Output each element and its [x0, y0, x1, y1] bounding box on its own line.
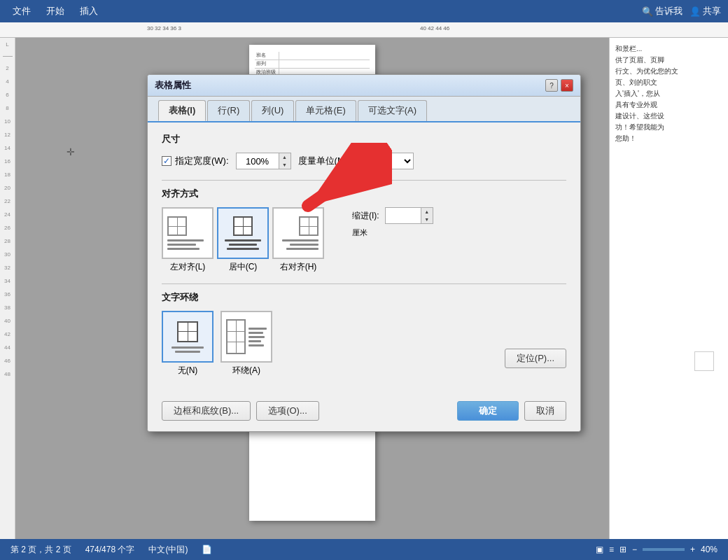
- word-count: 474/478 个字: [85, 544, 135, 556]
- align-right-box[interactable]: [272, 207, 324, 259]
- tab-table[interactable]: 表格(I): [158, 100, 206, 121]
- width-increment-btn[interactable]: ▲: [279, 153, 290, 161]
- unit-select[interactable]: 百分比 厘米: [358, 153, 414, 169]
- indent-label: 缩进(I):: [352, 210, 379, 222]
- app-background: 文件 开始 插入 🔍 告诉我 👤 共享 30 32 34 36 3 40 42 …: [0, 0, 728, 560]
- alignment-section-title: 对齐方式: [162, 188, 566, 200]
- ruler-v-l: L: [0, 41, 15, 48]
- view-icon-1[interactable]: ▣: [596, 545, 603, 554]
- size-row: ✓ 指定宽度(W): ▲ ▼ 度量单位(M):: [162, 153, 566, 169]
- indent-section: 缩进(I): ▲ ▼ 厘米: [352, 207, 433, 238]
- zoom-bar[interactable]: [643, 548, 685, 551]
- tab-cell[interactable]: 单元格(E): [295, 100, 356, 121]
- zoom-plus[interactable]: +: [690, 545, 695, 554]
- size-section-title: 尺寸: [162, 133, 566, 146]
- indent-increment-btn[interactable]: ▲: [421, 208, 433, 216]
- dialog-body: 尺寸 ✓ 指定宽度(W): ▲ ▼ 度: [148, 122, 580, 394]
- alignment-options-row: 左对齐(L): [162, 207, 324, 273]
- align-left-box[interactable]: [162, 207, 214, 259]
- wrap-table-icon: [226, 319, 246, 354]
- zoom-minus[interactable]: −: [632, 545, 637, 554]
- separator-2: [162, 284, 566, 284]
- doc-icon: 📄: [202, 545, 212, 554]
- share-btn[interactable]: 👤 共享: [690, 5, 721, 18]
- align-left-label: 左对齐(L): [170, 261, 206, 273]
- dialog-help-button[interactable]: ?: [545, 79, 558, 92]
- unit-label: 度量单位(M):: [298, 155, 351, 167]
- wrap-none-option: 无(N): [162, 311, 214, 377]
- align-center-box[interactable]: [217, 207, 269, 259]
- person-icon: 👤: [690, 6, 701, 17]
- wrap-none-table-icon: [177, 321, 198, 342]
- menu-insert[interactable]: 插入: [73, 2, 105, 20]
- width-input[interactable]: [237, 153, 279, 169]
- table-row: 班名: [255, 52, 370, 60]
- wrap-section-title: 文字环绕: [162, 291, 566, 304]
- dialog-overlay: 表格属性 ? × 表格(I) 行(R) 列(U) 单元格(E) 可选文字(A): [0, 60, 728, 518]
- tab-row[interactable]: 行(R): [207, 100, 250, 121]
- view-icon-3[interactable]: ⊞: [620, 545, 626, 554]
- tab-column[interactable]: 列(U): [251, 100, 294, 121]
- table-grid-icon: [233, 216, 253, 236]
- wrap-around-box[interactable]: [220, 311, 272, 363]
- table-cell-value: [279, 52, 370, 59]
- table-grid-icon: [167, 216, 187, 236]
- wrap-around-option: 环绕(A): [220, 311, 272, 377]
- width-checkbox[interactable]: ✓: [162, 156, 172, 166]
- wrap-area: 无(N): [162, 311, 566, 384]
- dialog-tabs: 表格(I) 行(R) 列(U) 单元格(E) 可选文字(A): [148, 97, 580, 122]
- ruler-num-30: 30 32 34 36 3: [147, 25, 181, 31]
- dialog-title: 表格属性: [155, 79, 191, 92]
- dialog-titlebar: 表格属性 ? ×: [148, 75, 580, 97]
- width-label: 指定宽度(W):: [175, 155, 229, 167]
- border-shading-button[interactable]: 边框和底纹(B)...: [162, 401, 251, 421]
- wrap-around-label: 环绕(A): [232, 365, 260, 377]
- status-right: ▣ ≡ ⊞ − + 40%: [596, 545, 718, 554]
- options-button[interactable]: 选项(O)...: [256, 401, 319, 421]
- wrap-options-row: 无(N): [162, 311, 272, 377]
- language: 中文(中国): [148, 544, 188, 556]
- align-center-option: 居中(C): [217, 207, 269, 273]
- dialog-title-controls: ? ×: [545, 79, 573, 92]
- ok-button[interactable]: 确定: [457, 401, 519, 421]
- table-grid-icon: [299, 216, 318, 236]
- search-icon: 🔍: [642, 6, 653, 17]
- status-bar: 第 2 页，共 2 页 474/478 个字 中文(中国) 📄 ▣ ≡ ⊞ − …: [0, 539, 728, 560]
- tab-alt-text[interactable]: 可选文字(A): [358, 100, 427, 121]
- indent-unit: 厘米: [352, 227, 433, 238]
- unit-select-container: 百分比 厘米: [358, 153, 414, 169]
- indent-input[interactable]: [386, 208, 421, 223]
- wrap-none-label: 无(N): [178, 365, 198, 377]
- content-area: L 2 4 6 8 10 12 14 16 18 20 22 24 26 28 …: [0, 38, 728, 539]
- zoom-level: 40%: [701, 545, 718, 554]
- align-right-label: 右对齐(H): [280, 261, 317, 273]
- menu-bar: 文件 开始 插入 🔍 告诉我 👤 共享: [0, 0, 728, 22]
- dialog-close-button[interactable]: ×: [561, 79, 573, 92]
- indent-row: 缩进(I): ▲ ▼: [352, 207, 433, 224]
- indent-input-container: ▲ ▼: [385, 207, 433, 224]
- align-right-option: 右对齐(H): [272, 207, 324, 273]
- alignment-area: 左对齐(L): [162, 207, 566, 276]
- view-icon-2[interactable]: ≡: [609, 545, 614, 554]
- ruler-horizontal: 30 32 34 36 3 40 42 44 46: [0, 22, 728, 38]
- ruler-num-40: 40 42 44 46: [420, 25, 449, 31]
- tell-me-btn[interactable]: 🔍 告诉我: [642, 5, 682, 18]
- table-properties-dialog: 表格属性 ? × 表格(I) 行(R) 列(U) 单元格(E) 可选文字(A): [147, 74, 581, 432]
- menu-home[interactable]: 开始: [39, 2, 71, 20]
- wrap-none-box[interactable]: [162, 311, 214, 363]
- page-info: 第 2 页，共 2 页: [10, 544, 71, 556]
- footer-left-buttons: 边框和底纹(B)... 选项(O)...: [162, 401, 451, 421]
- top-right-controls: 🔍 告诉我 👤 共享: [642, 0, 728, 22]
- indent-spinner: ▲ ▼: [421, 208, 433, 223]
- position-button[interactable]: 定位(P)...: [505, 349, 566, 368]
- align-center-label: 居中(C): [229, 261, 258, 273]
- width-input-container: ▲ ▼: [236, 153, 291, 169]
- indent-decrement-btn[interactable]: ▼: [421, 216, 433, 223]
- menu-file[interactable]: 文件: [6, 2, 38, 20]
- width-checkbox-label[interactable]: ✓ 指定宽度(W):: [162, 155, 229, 167]
- width-spinner: ▲ ▼: [279, 153, 290, 169]
- width-decrement-btn[interactable]: ▼: [279, 161, 290, 169]
- table-cell-label: 班名: [255, 52, 279, 59]
- cancel-button[interactable]: 取消: [524, 401, 566, 421]
- separator-1: [162, 180, 566, 181]
